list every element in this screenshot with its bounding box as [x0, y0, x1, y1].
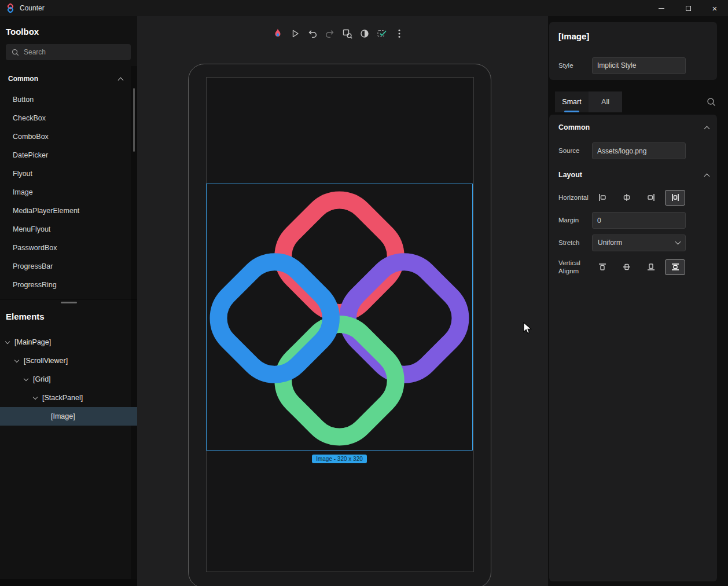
margin-label: Margin: [558, 216, 592, 224]
toolbox-item-datepicker[interactable]: DatePicker: [0, 146, 131, 164]
style-label: Style: [558, 61, 592, 69]
style-input[interactable]: [592, 57, 686, 74]
chevron-up-icon[interactable]: [704, 173, 710, 179]
chevron-down-icon: [675, 239, 681, 245]
vertical-alignment-label: Vertical Alignm: [558, 259, 592, 276]
hot-design-flame-icon[interactable]: [272, 28, 284, 39]
chevron-up-icon[interactable]: [704, 126, 710, 131]
section-layout[interactable]: Layout: [558, 167, 709, 183]
properties-card: Common Source Layout Horizontal: [549, 115, 717, 581]
stretch-value: Uniform: [598, 239, 622, 247]
tree-node-label: [ScrollViewer]: [24, 357, 68, 365]
chevron-up-icon[interactable]: [118, 77, 124, 83]
h-align-stretch-button[interactable]: [665, 190, 685, 206]
tab-smart[interactable]: Smart: [555, 91, 589, 112]
validation-check-icon[interactable]: [376, 28, 388, 39]
more-options-icon[interactable]: [394, 28, 405, 39]
redo-icon[interactable]: [324, 28, 336, 39]
chevron-down-icon[interactable]: [24, 376, 28, 380]
minimize-button[interactable]: [648, 0, 675, 16]
titlebar: Counter ×: [0, 0, 728, 16]
stretch-label: Stretch: [558, 239, 592, 247]
play-icon[interactable]: [289, 28, 301, 39]
toolbox-item-combobox[interactable]: ComboBox: [0, 127, 131, 146]
panel-splitter[interactable]: [0, 299, 137, 306]
tab-all[interactable]: All: [589, 91, 622, 112]
tree-node-scrollviewer[interactable]: [ScrollViewer]: [0, 351, 137, 370]
tree-node-label: [Image]: [51, 412, 75, 420]
properties-search-icon[interactable]: [706, 97, 716, 107]
vertical-alignment-row: Vertical Alignm: [558, 257, 710, 277]
toolbox-title: Toolbox: [6, 27, 39, 36]
tree-node-mainpage[interactable]: [MainPage]: [0, 333, 137, 351]
h-align-right-button[interactable]: [641, 190, 661, 206]
logo-image: [207, 184, 472, 450]
toolbox-item-button[interactable]: Button: [0, 90, 131, 109]
v-align-top-button[interactable]: [592, 259, 612, 275]
tree-node-stackpanel[interactable]: [StackPanel]: [0, 389, 137, 407]
toolbox-list: Button CheckBox ComboBox DatePicker Flyo…: [0, 90, 131, 294]
search-icon: [11, 48, 20, 57]
section-common-label: Common: [558, 123, 590, 131]
horizontal-alignment-label: Horizontal: [558, 193, 592, 202]
splitter-grip-icon: [61, 302, 77, 303]
maximize-icon: [686, 6, 691, 11]
tab-smart-label: Smart: [562, 98, 581, 106]
toolbox-item-passwordbox[interactable]: PasswordBox: [0, 239, 131, 257]
tree-node-label: [MainPage]: [14, 338, 51, 346]
undo-icon[interactable]: [307, 28, 318, 39]
elements-tree: [MainPage] [ScrollViewer] [Grid] [StackP…: [0, 333, 137, 426]
search-input[interactable]: [24, 48, 126, 56]
source-input[interactable]: [592, 142, 686, 159]
selected-element-title: [Image]: [558, 31, 589, 41]
window-title: Counter: [20, 4, 45, 12]
toolbox-item-checkbox[interactable]: CheckBox: [0, 109, 131, 127]
tree-node-image-selected[interactable]: [Image]: [0, 407, 137, 426]
minimize-icon: [659, 8, 664, 9]
h-align-left-button[interactable]: [592, 190, 612, 206]
design-canvas: Image - 320 x 320: [137, 16, 548, 586]
toolbox-search[interactable]: [6, 44, 131, 60]
section-layout-label: Layout: [558, 171, 582, 179]
toolbox-scrollbar-thumb[interactable]: [133, 88, 135, 152]
selection-size-badge: Image - 320 x 320: [312, 455, 367, 463]
left-sidebar: Toolbox Common Button CheckBox ComboBox …: [0, 16, 137, 586]
toolbox-item-progressbar[interactable]: ProgressBar: [0, 257, 131, 276]
toolbox-item-image[interactable]: Image: [0, 183, 131, 202]
toolbox-item-progressring[interactable]: ProgressRing: [0, 276, 131, 294]
active-tab-indicator: [564, 111, 579, 112]
chevron-down-icon[interactable]: [33, 394, 38, 399]
sidebar-footer: [0, 579, 137, 586]
chevron-down-icon[interactable]: [5, 339, 10, 343]
tree-node-grid[interactable]: [Grid]: [0, 370, 137, 389]
horizontal-alignment-group: [592, 190, 685, 206]
chevron-down-icon[interactable]: [14, 357, 19, 362]
v-align-stretch-button[interactable]: [665, 259, 685, 275]
theme-toggle-icon[interactable]: [359, 28, 370, 39]
maximize-button[interactable]: [675, 0, 701, 16]
source-label: Source: [558, 146, 592, 155]
horizontal-alignment-row: Horizontal: [558, 188, 710, 207]
elements-title: Elements: [6, 312, 45, 321]
h-align-center-button[interactable]: [616, 190, 637, 206]
close-button[interactable]: ×: [701, 0, 728, 16]
stretch-dropdown[interactable]: Uniform: [592, 235, 686, 251]
close-icon: ×: [712, 4, 718, 13]
style-row: Style: [558, 57, 709, 74]
toolbox-item-menuflyout[interactable]: MenuFlyout: [0, 220, 131, 239]
margin-input[interactable]: [592, 212, 686, 229]
toolbox-section-label: Common: [8, 75, 38, 83]
toolbox-item-flyout[interactable]: Flyout: [0, 164, 131, 183]
toolbox-item-mediaplayerelement[interactable]: MediaPlayerElement: [0, 202, 131, 220]
selected-image-element[interactable]: [206, 184, 473, 451]
stretch-row: Stretch Uniform: [558, 234, 710, 251]
toolbox-section-common[interactable]: Common: [0, 71, 131, 87]
vertical-alignment-group: [592, 259, 685, 275]
v-align-bottom-button[interactable]: [641, 259, 661, 275]
tree-node-label: [StackPanel]: [42, 394, 83, 402]
section-common[interactable]: Common: [558, 119, 709, 135]
element-picker-icon[interactable]: [341, 28, 353, 39]
designer-toolbar: [272, 25, 405, 42]
source-row: Source: [558, 142, 710, 159]
v-align-center-button[interactable]: [616, 259, 637, 275]
